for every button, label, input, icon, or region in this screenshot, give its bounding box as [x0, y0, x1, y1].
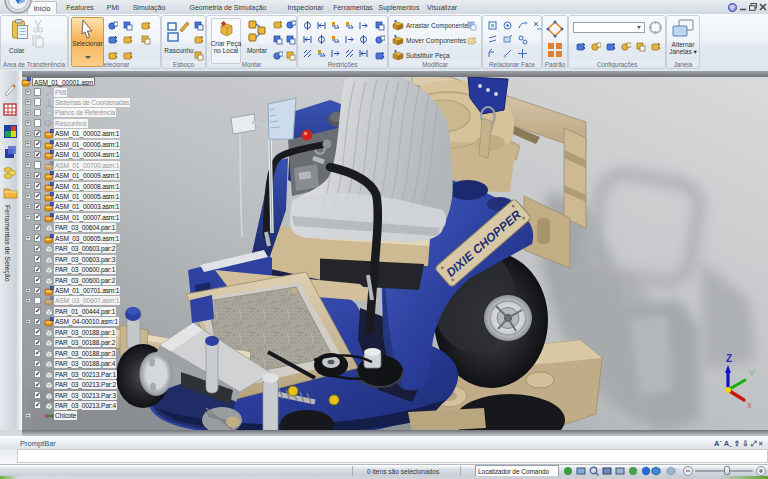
svg-text:Z: Z	[726, 353, 732, 364]
svg-text:Y: Y	[749, 368, 755, 378]
svg-text:x: x	[747, 400, 752, 410]
